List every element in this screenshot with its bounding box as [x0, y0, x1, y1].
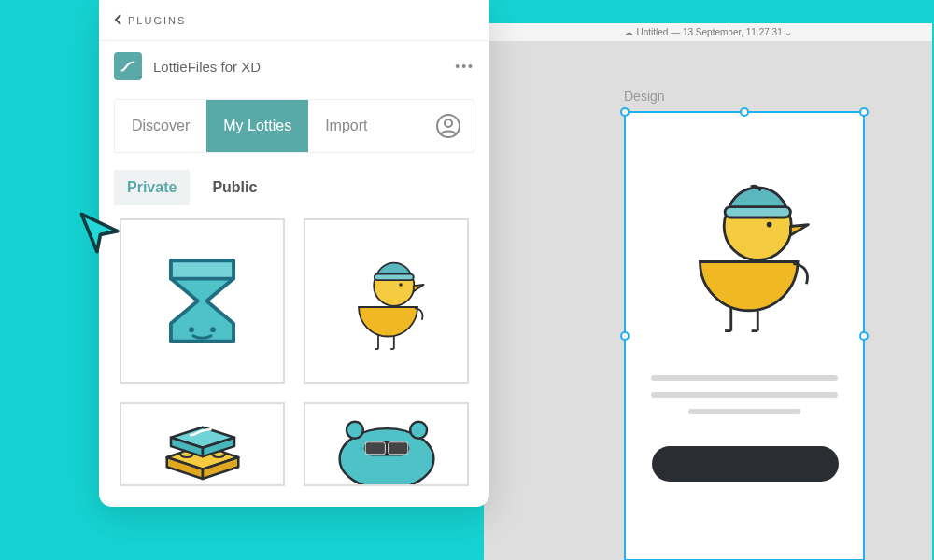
artboard[interactable]	[624, 111, 865, 560]
svg-point-9	[445, 119, 452, 127]
xd-window: ☁ Untitled — 13 September, 11.27.31 ⌄ De…	[484, 23, 932, 560]
svg-rect-6	[725, 207, 790, 217]
main-tabs: Discover My Lotties Import	[115, 100, 474, 152]
artboard-label[interactable]: Design	[624, 89, 932, 104]
artboard-cta-button[interactable]	[652, 446, 839, 482]
selection-handle[interactable]	[859, 331, 869, 341]
plugin-name: LottieFiles for XD	[153, 59, 455, 75]
selection-handle[interactable]	[620, 331, 630, 341]
xd-titlebar: ☁ Untitled — 13 September, 11.27.31 ⌄	[484, 23, 932, 42]
plugin-panel: PLUGINS LottieFiles for XD ••• Discover …	[99, 0, 489, 507]
more-options-button[interactable]: •••	[455, 59, 474, 74]
svg-point-23	[410, 422, 427, 439]
svg-point-5	[767, 222, 772, 228]
xd-canvas[interactable]: Design	[484, 42, 932, 560]
lottiefiles-icon	[114, 52, 142, 80]
plugin-row: LottieFiles for XD •••	[99, 41, 489, 99]
panel-title: PLUGINS	[128, 15, 186, 26]
svg-point-11	[210, 327, 216, 332]
lottie-item-hippo[interactable]	[304, 402, 469, 486]
cloud-icon: ☁	[624, 27, 633, 37]
lottie-item-bird[interactable]	[304, 218, 469, 384]
svg-point-17	[399, 283, 403, 287]
profile-icon[interactable]	[436, 114, 460, 138]
lottie-item-hourglass[interactable]	[120, 218, 285, 384]
lottie-grid	[99, 218, 489, 507]
svg-rect-18	[374, 273, 413, 280]
lottie-item-blocks[interactable]	[120, 402, 285, 486]
placeholder-text-lines	[652, 375, 837, 414]
selection-handle[interactable]	[740, 107, 749, 117]
svg-point-10	[189, 327, 194, 332]
panel-header: PLUGINS	[99, 0, 489, 41]
subtab-private[interactable]: Private	[114, 170, 190, 205]
document-title: Untitled — 13 September, 11.27.31 ⌄	[637, 27, 793, 37]
selection-handle[interactable]	[620, 107, 630, 117]
svg-rect-7	[120, 58, 136, 75]
selection-handle[interactable]	[859, 107, 869, 117]
tab-discover[interactable]: Discover	[115, 100, 206, 152]
tab-my-lotties[interactable]: My Lotties	[206, 100, 308, 152]
svg-point-22	[346, 422, 362, 439]
tab-card: Discover My Lotties Import	[114, 99, 474, 153]
svg-rect-25	[365, 442, 385, 455]
svg-rect-26	[388, 442, 407, 455]
tab-import[interactable]: Import	[308, 100, 384, 152]
sub-tabs: Private Public	[99, 170, 489, 218]
bird-illustration	[656, 164, 833, 342]
subtab-public[interactable]: Public	[199, 170, 270, 205]
back-button[interactable]	[114, 13, 122, 28]
